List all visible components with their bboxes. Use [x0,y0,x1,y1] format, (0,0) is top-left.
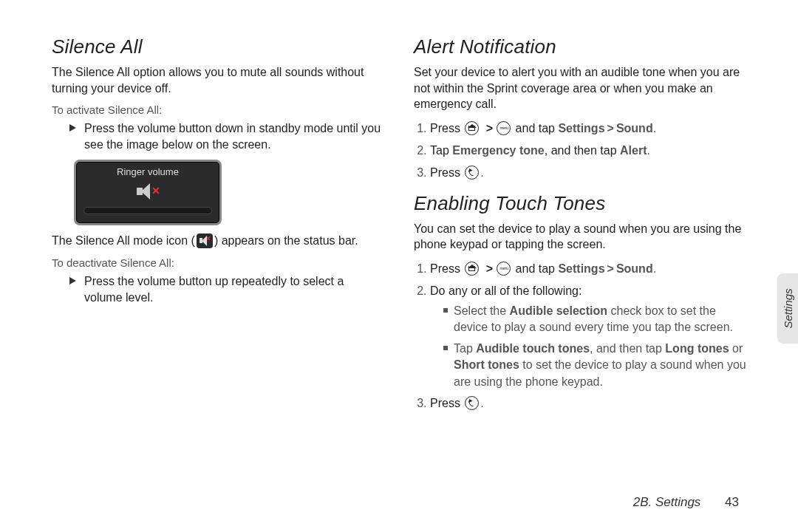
text: The Silence All mode icon ( [52,234,195,247]
text: or [729,342,743,355]
touch-sub-2: Tap Audible touch tones, and then tap Lo… [443,341,746,390]
bold: Audible touch tones [476,342,590,355]
sub-activate: To activate Silence All: [52,103,384,116]
touch-step-1: Press > and tap Settings>Sound. [430,260,746,278]
volume-bar-empty [83,207,212,214]
text: Press [430,166,463,179]
text: , and then tap [545,144,620,157]
bold: Sound [616,262,653,275]
chevron-right-icon: > [484,122,495,134]
alert-step-3: Press . [430,164,746,182]
alert-step-2: Tap Emergency tone, and then tap Alert. [430,142,746,160]
deactivate-step: Press the volume button up repeatedly to… [69,273,384,305]
text: . [653,122,656,134]
text: . [480,397,483,409]
chevron-right-icon: > [605,262,616,275]
touch-sublist: Select the Audible selection check box t… [430,303,746,390]
text: Tap [430,144,452,157]
alert-intro: Set your device to alert you with an aud… [414,64,746,112]
text: . [653,262,656,275]
touch-step-2: Do any or all of the following: Select t… [430,282,746,390]
ringer-volume-image: Ringer volume ✕ [74,160,222,225]
text: Press [430,262,463,275]
home-button-icon [465,121,479,135]
heading-silence-all: Silence All [52,35,384,58]
bold: Emergency tone [452,144,544,157]
bold: Alert [620,144,647,157]
left-column: Silence All The Silence All option allow… [52,35,384,418]
touch-steps: Press > and tap Settings>Sound. Do any o… [414,260,746,412]
ringer-label: Ringer volume [83,166,212,177]
silence-icon-note: The Silence All mode icon (✕) appears on… [52,233,384,249]
page-footer: 2B. Settings 43 [633,495,739,510]
text: Tap [454,342,476,355]
bold: Settings [558,122,604,134]
text: Do any or all of the following: [430,284,582,297]
chevron-right-icon: > [605,122,616,134]
menu-button-icon [497,262,511,276]
back-button-icon [465,396,479,410]
bold: Audible selection [510,304,607,317]
text: . [480,166,483,179]
deactivate-list: Press the volume button up repeatedly to… [52,273,384,305]
text: , and then tap [590,342,665,355]
text: and tap [516,262,559,275]
alert-step-1: Press > and tap Settings>Sound. [430,120,746,137]
text: Press [430,122,463,134]
activate-list: Press the volume button down in standby … [52,120,384,152]
home-button-icon [465,262,479,276]
text: and tap [516,122,559,134]
footer-section: 2B. Settings [633,495,701,509]
text: Press [430,397,463,409]
touch-step-3: Press . [430,395,746,412]
alert-steps: Press > and tap Settings>Sound. Tap Emer… [414,120,746,182]
side-tab-label: Settings [782,288,794,328]
sub-deactivate: To deactivate Silence All: [52,256,384,269]
side-tab-settings[interactable]: Settings [777,273,798,344]
silence-intro: The Silence All option allows you to mut… [52,64,384,96]
bold: Sound [616,122,653,134]
silence-all-icon: ✕ [197,233,213,248]
right-column: Alert Notification Set your device to al… [414,35,746,418]
text: Select the [454,304,510,317]
back-button-icon [465,166,479,180]
bold: Short tones [454,358,519,371]
activate-step: Press the volume button down in standby … [69,120,384,152]
speaker-muted-icon: ✕ [135,182,160,201]
touch-sub-1: Select the Audible selection check box t… [443,303,746,336]
bold: Settings [558,262,604,275]
touch-intro: You can set the device to play a sound w… [414,221,746,253]
page-number: 43 [725,495,739,509]
heading-touch-tones: Enabling Touch Tones [414,192,746,215]
bold: Long tones [665,342,729,355]
text: ) appears on the status bar. [214,234,358,247]
menu-button-icon [497,121,511,135]
text: . [647,144,650,157]
heading-alert-notification: Alert Notification [414,35,746,58]
chevron-right-icon: > [484,262,495,275]
